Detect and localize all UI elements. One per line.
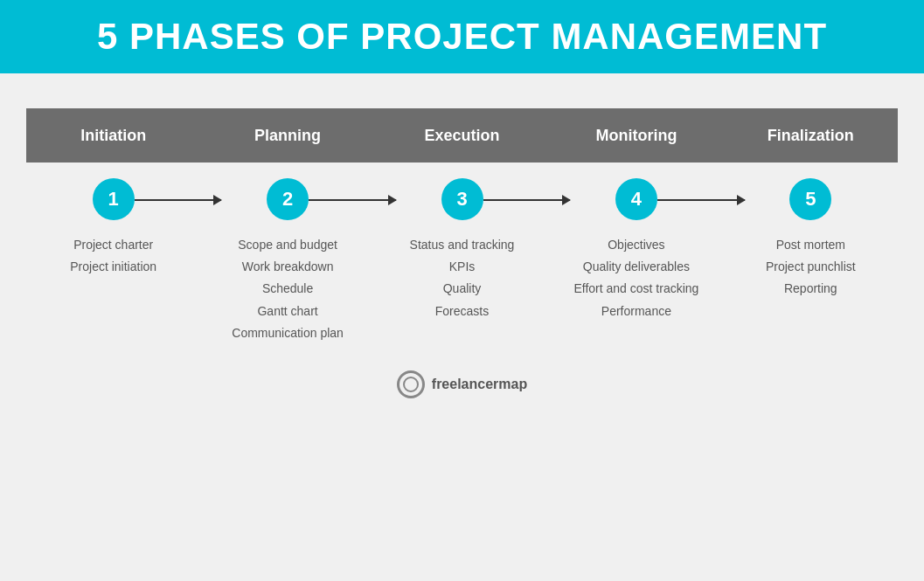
phase-label-1: Initiation: [26, 108, 200, 163]
phase-item: Work breakdown: [232, 256, 344, 278]
phase-label-5: Finalization: [724, 108, 898, 163]
arrow-4: [657, 199, 745, 201]
phase-item: Project charter: [70, 234, 156, 256]
phase-items-1: Project charterProject initiation: [70, 234, 156, 278]
phase-item: Performance: [573, 301, 698, 322]
phase-number-3: 3: [441, 178, 483, 220]
phase-row-4: 4: [549, 178, 723, 220]
phase-item: Project initiation: [70, 256, 156, 278]
phase-item: Quality deliverables: [573, 256, 698, 278]
phase-row-2: 2: [200, 178, 374, 220]
phase-row-5: 5: [724, 178, 898, 220]
main-content: Initiation1Project charterProject initia…: [0, 73, 924, 416]
phase-items-4: ObjectivesQuality deliverablesEffort and…: [573, 234, 698, 322]
phase-item: Scope and budget: [232, 234, 344, 256]
phase-item: Effort and cost tracking: [573, 278, 698, 300]
phase-item: Objectives: [573, 234, 698, 256]
phase-items-2: Scope and budgetWork breakdownScheduleGa…: [232, 234, 344, 344]
phase-item: Project punchlist: [766, 256, 856, 278]
phase-row-1: 1: [26, 178, 200, 220]
phase-items-5: Post mortemProject punchlistReporting: [766, 234, 856, 301]
phase-number-2: 2: [267, 178, 309, 220]
phase-row-3: 3: [375, 178, 549, 220]
phase-2: Planning2Scope and budgetWork breakdownS…: [200, 108, 374, 344]
arrow-2: [309, 199, 396, 201]
phase-label-4: Monitoring: [549, 108, 723, 163]
phase-1: Initiation1Project charterProject initia…: [26, 108, 200, 278]
header: 5 PHASES OF PROJECT MANAGEMENT: [0, 0, 924, 73]
arrow-1: [135, 199, 222, 201]
footer-text: freelancermap: [432, 377, 527, 392]
arrow-3: [483, 199, 571, 201]
phase-items-3: Status and trackingKPIsQualityForecasts: [410, 234, 515, 322]
phase-item: Post mortem: [766, 234, 856, 256]
phase-item: Schedule: [232, 278, 344, 300]
phase-item: Reporting: [766, 278, 856, 300]
phase-5: Finalization5Post mortemProject punchlis…: [724, 108, 898, 301]
footer: freelancermap: [397, 370, 527, 398]
phase-number-4: 4: [615, 178, 657, 220]
phase-label-2: Planning: [200, 108, 374, 163]
phase-number-1: 1: [93, 178, 135, 220]
phase-4: Monitoring4ObjectivesQuality deliverable…: [549, 108, 723, 322]
page-title: 5 PHASES OF PROJECT MANAGEMENT: [26, 16, 898, 58]
phase-item: KPIs: [410, 256, 515, 278]
phase-3: Execution3Status and trackingKPIsQuality…: [375, 108, 549, 322]
phase-item: Forecasts: [410, 301, 515, 322]
phase-item: Status and tracking: [410, 234, 515, 256]
phase-number-5: 5: [789, 178, 831, 220]
phases-container: Initiation1Project charterProject initia…: [26, 108, 898, 344]
phase-item: Communication plan: [232, 322, 344, 344]
phase-item: Gantt chart: [232, 301, 344, 322]
phase-label-3: Execution: [375, 108, 549, 163]
logo-icon: [397, 370, 425, 398]
phase-item: Quality: [410, 278, 515, 300]
